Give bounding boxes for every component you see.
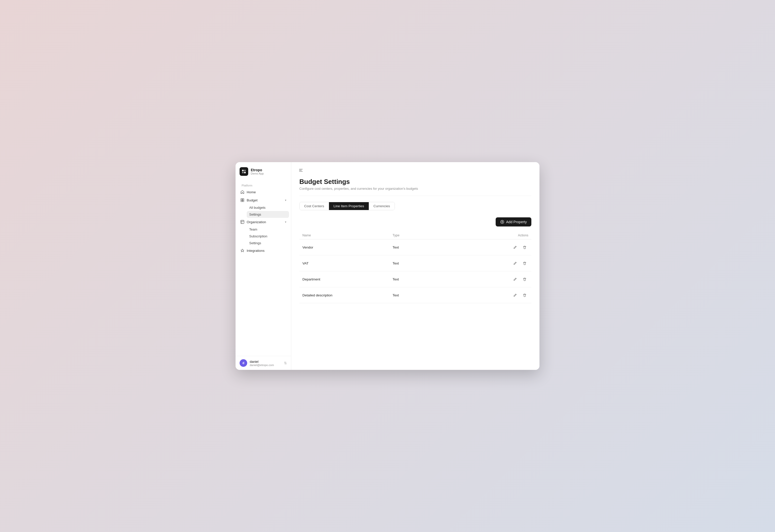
- sidebar-header: Etropo Demo App: [235, 162, 291, 180]
- tab-cost-centers[interactable]: Cost Centers: [299, 202, 329, 210]
- edit-icon: [513, 278, 517, 281]
- avatar-letter: d: [242, 361, 244, 365]
- app-info: Etropo Demo App: [251, 168, 264, 175]
- row-type: Text: [393, 261, 483, 265]
- add-property-button[interactable]: Add Property: [496, 217, 531, 226]
- user-details: daniel daniel@etropo.com: [250, 360, 274, 367]
- svg-rect-5: [243, 198, 244, 200]
- sidebar-item-settings[interactable]: Settings: [247, 211, 289, 218]
- trash-icon: [523, 245, 527, 249]
- sidebar-item-org-settings[interactable]: Settings: [247, 240, 289, 246]
- row-type: Text: [393, 245, 483, 249]
- sidebar-item-budget[interactable]: Budget ▾: [237, 196, 289, 204]
- sidebar-item-team[interactable]: Team: [247, 226, 289, 233]
- subscription-label: Subscription: [249, 234, 267, 238]
- svg-rect-8: [241, 220, 244, 224]
- row-type: Text: [393, 294, 483, 297]
- row-name: Detailed description: [302, 294, 393, 297]
- page-header: Budget Settings Configure cost centers, …: [291, 174, 540, 195]
- sidebar-item-budget-label: Budget: [247, 198, 257, 202]
- org-settings-label: Settings: [249, 241, 261, 245]
- edit-button[interactable]: [511, 276, 519, 283]
- delete-button[interactable]: [521, 291, 528, 299]
- svg-rect-1: [244, 170, 246, 171]
- sidebar-item-subscription[interactable]: Subscription: [247, 233, 289, 240]
- row-actions: [483, 243, 528, 251]
- page-title: Budget Settings: [299, 178, 531, 186]
- sidebar-toggle-button[interactable]: [297, 167, 304, 174]
- platform-label: Platform: [237, 181, 289, 188]
- topbar: [291, 162, 540, 174]
- row-actions: [483, 291, 528, 299]
- table-row: VAT Text: [299, 255, 531, 271]
- org-icon: [240, 220, 245, 224]
- table-row: Detailed description Text: [299, 287, 531, 303]
- svg-rect-11: [299, 169, 303, 169]
- trash-icon: [523, 261, 527, 265]
- edit-icon: [513, 294, 517, 297]
- integrations-icon: [240, 248, 245, 253]
- budget-icon: [240, 198, 245, 202]
- row-actions: [483, 276, 528, 283]
- svg-rect-4: [241, 198, 242, 200]
- add-property-label: Add Property: [506, 220, 527, 224]
- user-email: daniel@etropo.com: [250, 364, 274, 367]
- sidebar-item-all-budgets[interactable]: All budgets: [247, 204, 289, 211]
- edit-button[interactable]: [511, 291, 519, 299]
- row-name: Department: [302, 278, 393, 281]
- column-actions: Actions: [483, 233, 528, 237]
- svg-rect-6: [241, 200, 242, 202]
- sidebar-item-home-label: Home: [247, 190, 256, 194]
- all-budgets-label: All budgets: [249, 206, 265, 209]
- user-info: d daniel daniel@etropo.com: [239, 359, 274, 367]
- sidebar-item-integrations-label: Integrations: [247, 249, 265, 252]
- trash-icon: [523, 278, 527, 281]
- chevron-down-icon: ▾: [285, 198, 286, 202]
- org-subnav: Team Subscription Settings: [237, 226, 289, 246]
- sidebar-item-home[interactable]: Home: [237, 188, 289, 196]
- svg-rect-3: [244, 172, 246, 173]
- delete-button[interactable]: [521, 243, 528, 251]
- action-bar: Add Property: [299, 217, 531, 226]
- app-logo: [239, 167, 248, 176]
- page-description: Configure cost centers, properties, and …: [299, 187, 531, 190]
- plus-circle-icon: [500, 220, 504, 224]
- sidebar-item-integrations[interactable]: Integrations: [237, 246, 289, 254]
- sidebar-item-organization[interactable]: Organization ▾: [237, 218, 289, 226]
- properties-table: Name Type Actions Vendor Text: [299, 231, 531, 303]
- user-name: daniel: [250, 360, 274, 364]
- edit-icon: [513, 245, 517, 249]
- svg-rect-0: [242, 170, 244, 171]
- sidebar: Etropo Demo App Platform Home: [235, 162, 291, 370]
- row-actions: [483, 259, 528, 267]
- column-type: Type: [393, 233, 483, 237]
- avatar: d: [239, 359, 247, 367]
- user-menu-toggle[interactable]: ⇅: [284, 361, 287, 365]
- row-name: VAT: [302, 261, 393, 265]
- delete-button[interactable]: [521, 259, 528, 267]
- table-row: Department Text: [299, 271, 531, 287]
- edit-button[interactable]: [511, 243, 519, 251]
- app-subtitle: Demo App: [251, 172, 264, 175]
- tab-currencies[interactable]: Currencies: [369, 202, 395, 210]
- app-name: Etropo: [251, 168, 264, 172]
- column-name: Name: [302, 233, 393, 237]
- home-icon: [240, 190, 245, 194]
- content-area: Cost Centers Line Item Properties Curren…: [291, 196, 540, 370]
- svg-rect-13: [299, 171, 303, 172]
- edit-icon: [513, 261, 517, 265]
- svg-rect-7: [243, 200, 244, 202]
- edit-button[interactable]: [511, 259, 519, 267]
- row-name: Vendor: [302, 245, 393, 249]
- app-window: Etropo Demo App Platform Home: [235, 162, 540, 370]
- team-label: Team: [249, 227, 257, 231]
- tab-line-item-properties[interactable]: Line Item Properties: [329, 202, 369, 210]
- sidebar-nav: Platform Home: [235, 180, 291, 356]
- svg-rect-12: [299, 170, 302, 170]
- main-content: Budget Settings Configure cost centers, …: [291, 162, 540, 370]
- delete-button[interactable]: [521, 276, 528, 283]
- row-type: Text: [393, 278, 483, 281]
- tabs: Cost Centers Line Item Properties Curren…: [299, 202, 395, 210]
- sidebar-item-org-label: Organization: [247, 220, 266, 224]
- chevron-down-icon-org: ▾: [285, 220, 286, 224]
